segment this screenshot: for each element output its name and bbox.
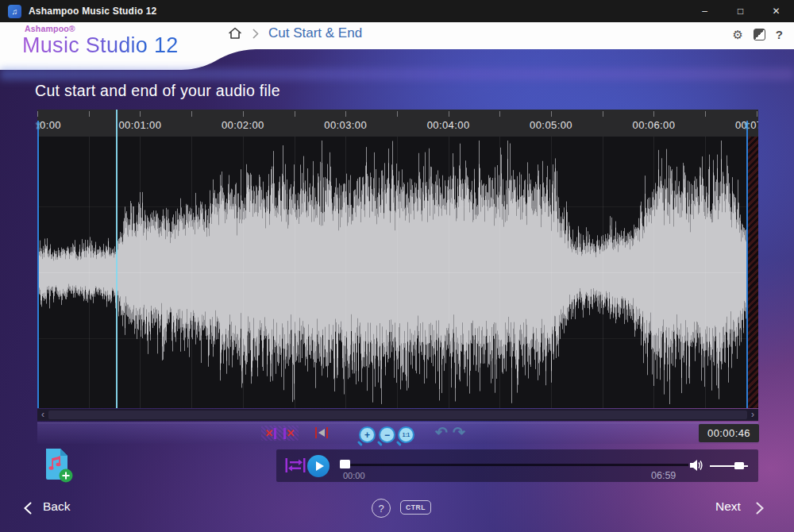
ruler-tick <box>295 111 295 117</box>
ruler-label: 00:04:00 <box>427 119 470 131</box>
ruler-label: 00:02:00 <box>222 119 264 131</box>
brand-line2: Music Studio 12 <box>22 35 179 56</box>
position-time-display: 00:00:46 <box>699 424 759 442</box>
scroll-right-arrow[interactable]: › <box>747 409 758 421</box>
play-button[interactable] <box>307 455 330 477</box>
brand-logo: Ashampoo® Music Studio 12 <box>22 25 179 56</box>
start-scissors-icon[interactable]: ✂ <box>33 122 42 129</box>
range-triangle-icon <box>318 429 325 437</box>
ruler-tick <box>757 111 757 117</box>
scroll-left-arrow[interactable]: ‹ <box>37 409 48 421</box>
window-titlebar: ♫ Ashampoo Music Studio 12 – □ ✕ <box>0 0 794 22</box>
play-triangle-icon <box>316 461 324 471</box>
ruler-tick <box>449 111 449 117</box>
playhead[interactable] <box>116 110 118 408</box>
help-button[interactable]: ? <box>372 499 391 518</box>
settings-gear-icon[interactable]: ⚙ <box>732 29 742 40</box>
breadcrumb-current: Cut Start & End <box>268 25 362 41</box>
ruler-tick <box>37 111 38 117</box>
app-icon: ♫ <box>8 5 21 18</box>
cut-start-marker[interactable] <box>37 121 39 408</box>
ruler-tick <box>499 111 500 117</box>
ruler-label: 00:03:00 <box>324 119 367 131</box>
next-chevron-icon[interactable] <box>756 502 764 515</box>
waveform-scrollbar[interactable]: ‹ › <box>37 409 758 421</box>
ruler-tick <box>653 111 654 117</box>
ruler-label: 00:01:00 <box>118 119 161 131</box>
home-icon[interactable] <box>227 25 243 41</box>
add-music-file-button[interactable] <box>41 447 75 484</box>
playback-range-button[interactable] <box>315 427 328 438</box>
delete-before-marker-button[interactable]: ✕ <box>261 426 280 441</box>
ruler-tick <box>89 111 90 117</box>
range-bar-icon <box>326 427 328 438</box>
brand-version: 12 <box>154 33 179 57</box>
loop-button[interactable] <box>285 457 306 474</box>
volume-icon[interactable] <box>690 459 703 472</box>
close-button[interactable]: ✕ <box>758 0 794 22</box>
scrollbar-thumb[interactable] <box>48 411 747 419</box>
ruler-tick <box>191 111 192 117</box>
delete-x-icon: ✕ <box>265 428 274 438</box>
trimmed-region <box>748 137 758 408</box>
feedback-icon[interactable] <box>754 29 765 40</box>
zoom-out-button[interactable]: − <box>379 426 395 443</box>
zoom-in-button[interactable]: + <box>359 426 376 443</box>
seek-handle[interactable] <box>340 460 350 468</box>
time-ruler[interactable]: 0:0000:01:0000:02:0000:03:0000:04:0000:0… <box>37 110 758 137</box>
minus-icon: − <box>384 430 390 440</box>
next-button[interactable]: Next <box>715 499 741 514</box>
marker-bar-icon <box>283 428 286 439</box>
header-help-icon[interactable]: ? <box>776 28 783 41</box>
ctrl-shortcut-badge[interactable]: CTRL <box>400 500 431 515</box>
window-title: Ashampoo Music Studio 12 <box>29 6 157 17</box>
elapsed-time: 00:00 <box>343 471 365 480</box>
total-time: 06:59 <box>651 470 676 481</box>
breadcrumb-chevron-icon <box>252 29 259 39</box>
player-bar: 00:00 06:59 <box>276 449 758 482</box>
back-button[interactable]: Back <box>43 499 70 514</box>
volume-handle[interactable] <box>734 462 744 469</box>
ruler-tick <box>603 111 603 117</box>
ruler-tick <box>705 111 706 117</box>
ruler-tick <box>140 111 141 117</box>
ruler-tick <box>551 111 552 117</box>
cut-end-marker[interactable] <box>746 121 748 408</box>
plus-icon: + <box>364 430 370 440</box>
ruler-tick <box>345 111 346 117</box>
seek-track[interactable] <box>341 464 688 466</box>
delete-x-icon: ✕ <box>287 428 295 438</box>
zoom-original-button[interactable]: 1:1 <box>398 426 414 443</box>
waveform-canvas[interactable] <box>37 137 758 408</box>
redo-button[interactable]: ↷ <box>453 423 465 441</box>
one-to-one-icon: 1:1 <box>403 432 410 438</box>
marker-bar-icon <box>274 428 276 439</box>
end-scissors-icon[interactable]: ✂ <box>742 122 750 129</box>
range-bar-icon <box>315 427 317 438</box>
page-title: Cut start and end of your audio file <box>35 82 280 100</box>
ruler-tick <box>243 111 244 117</box>
back-chevron-icon[interactable] <box>24 502 32 515</box>
ruler-tick <box>397 111 398 117</box>
ruler-label: 00:06:00 <box>633 119 676 131</box>
background-highlight <box>0 68 794 80</box>
minimize-button[interactable]: – <box>687 0 723 22</box>
ruler-label: 00:05:00 <box>530 119 572 131</box>
delete-after-marker-button[interactable]: ✕ <box>279 426 299 441</box>
waveform-panel[interactable] <box>37 137 758 408</box>
brand-line1: Ashampoo® <box>25 25 179 33</box>
undo-button[interactable]: ↶ <box>435 423 448 441</box>
breadcrumb: Cut Start & End <box>227 25 362 41</box>
maximize-button[interactable]: □ <box>723 0 758 22</box>
app-window: ♫ Ashampoo Music Studio 12 – □ ✕ Ashampo… <box>0 0 794 532</box>
